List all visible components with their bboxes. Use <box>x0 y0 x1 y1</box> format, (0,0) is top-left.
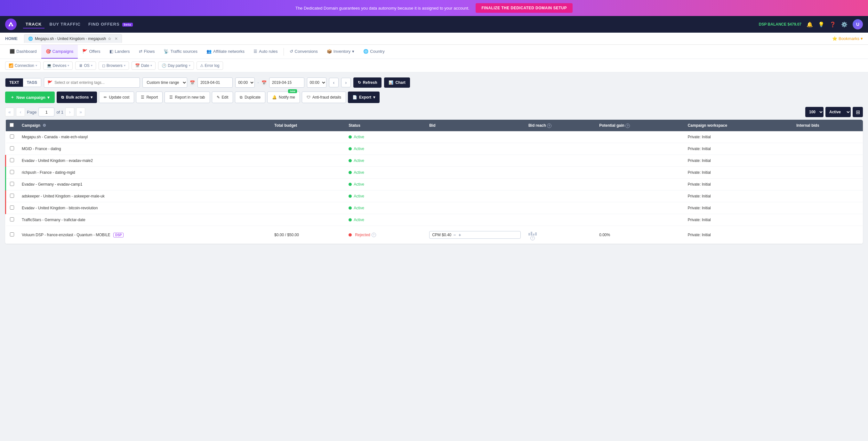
campaign-name: adskeeper - United Kingdom - askeeper-ma… <box>22 194 105 198</box>
row-checkbox[interactable] <box>10 170 14 174</box>
workspace-cell: Private: Initial <box>684 143 793 155</box>
anti-fraud-button[interactable]: 🛡 Anti-fraud details <box>302 92 346 103</box>
row-checkbox[interactable] <box>10 182 14 186</box>
dsp-balance-value: $479.07 <box>788 22 801 27</box>
date-range-select[interactable]: Custom time range <box>143 77 187 88</box>
nav-traffic-sources[interactable]: 📡 Traffic sources <box>159 45 202 59</box>
active-dot <box>348 195 352 198</box>
connection-filter[interactable]: 📶 Connection ▾ <box>5 61 41 70</box>
edit-button[interactable]: ✎ Edit <box>212 92 233 103</box>
report-new-tab-button[interactable]: ☰ Report in new tab <box>164 92 210 103</box>
help-icon[interactable]: ❓ <box>830 22 836 28</box>
nav-inventory[interactable]: 📦 Inventory ▾ <box>322 45 359 59</box>
row-checkbox[interactable] <box>10 206 14 210</box>
prev-date-btn[interactable]: ‹ <box>329 78 339 87</box>
bid-increase-btn[interactable]: + <box>458 232 462 238</box>
date-filter[interactable]: 📅 Date ▾ <box>131 61 156 70</box>
tags-toggle[interactable]: TAGS <box>23 78 41 87</box>
rows-per-page-select[interactable]: 100 50 25 <box>805 107 824 117</box>
campaign-name-cell: Megapu.sh - Canada - male-ech-viaxyl <box>18 131 271 143</box>
campaign-settings-icon[interactable]: ⚙ <box>42 123 46 128</box>
status-active: Active <box>348 170 422 175</box>
nav-track[interactable]: TRACK <box>23 21 44 29</box>
calendar-icon: 📅 <box>135 63 140 68</box>
user-avatar[interactable]: U <box>852 19 863 29</box>
nav-offers[interactable]: 🚩 Offers <box>78 45 105 59</box>
row-checkbox[interactable] <box>10 194 14 198</box>
first-page-btn[interactable]: « <box>5 107 14 117</box>
nav-flows[interactable]: ⇄ Flows <box>134 45 159 59</box>
inventory-icon: 📦 <box>327 49 332 54</box>
refresh-button[interactable]: ↻ Refresh <box>353 77 382 88</box>
bid-cell <box>425 155 525 167</box>
duplicate-button[interactable]: ⧉ Duplicate <box>235 92 265 103</box>
notify-me-button[interactable]: new 🔔 Notify me <box>267 92 300 103</box>
row-checkbox[interactable] <box>10 217 14 221</box>
report-button[interactable]: ☰ Report <box>136 92 163 103</box>
bookmarks-button[interactable]: ⭐ Bookmarks ▾ <box>832 36 863 41</box>
nav-campaigns[interactable]: 🎯 Campaigns <box>41 45 78 59</box>
status-filter-select[interactable]: Active All Paused <box>826 107 851 117</box>
filter-bar: 📶 Connection ▾ 💻 Devices ▾ 🖥 OS ▾ ◻ Brow… <box>0 59 868 72</box>
chart-button[interactable]: 📊 Chart <box>384 77 410 88</box>
country-icon: 🌐 <box>363 49 368 54</box>
row-checkbox[interactable] <box>10 158 14 162</box>
row-checkbox[interactable] <box>10 134 14 138</box>
internal-bids-cell <box>793 131 863 143</box>
bulk-actions-button[interactable]: ⧉ Bulk actions ▾ <box>57 92 97 103</box>
notifications-icon[interactable]: 🔔 <box>807 22 813 28</box>
row-checkbox-cell <box>6 155 18 167</box>
export-button[interactable]: 📄 Export ▾ <box>348 92 380 103</box>
nav-landers[interactable]: ◧ Landers <box>105 45 134 59</box>
row-checkbox[interactable] <box>10 146 14 150</box>
date-from-input[interactable]: 2019-04-01 <box>197 77 233 88</box>
column-view-button[interactable]: ⊞ <box>852 107 863 117</box>
os-filter[interactable]: 🖥 OS ▾ <box>75 61 96 70</box>
time-to-select[interactable]: 00:00 <box>307 77 327 88</box>
select-all-checkbox[interactable] <box>9 123 14 127</box>
tab-close-icon[interactable]: ✕ <box>115 36 118 41</box>
browsers-filter[interactable]: ◻ Browsers ▾ <box>99 61 129 70</box>
potential-gain-cell: 0.00% <box>595 226 684 244</box>
prev-page-btn[interactable]: ‹ <box>16 107 25 117</box>
nav-dashboard[interactable]: ⬛ Dashboard <box>5 45 41 59</box>
bid-cell <box>425 202 525 214</box>
nav-find-offers[interactable]: FIND OFFERS beta <box>86 21 135 29</box>
last-page-btn[interactable]: » <box>76 107 85 117</box>
active-tab[interactable]: 🌐 Megapu.sh - United Kingdom - megapush … <box>24 34 122 43</box>
new-campaign-button[interactable]: ＋ New campaign ▾ <box>5 92 55 103</box>
nav-conversions[interactable]: ↺ Conversions <box>285 45 322 59</box>
tag-search-input[interactable] <box>54 80 136 85</box>
total-budget-cell <box>271 202 345 214</box>
day-parting-filter[interactable]: 🕐 Day parting ▾ <box>158 61 194 70</box>
text-toggle[interactable]: TEXT <box>5 78 23 87</box>
settings-icon[interactable]: ⚙️ <box>841 22 847 28</box>
error-log-filter[interactable]: ⚠ Error log <box>196 61 223 70</box>
next-date-btn[interactable]: › <box>341 78 351 87</box>
update-cost-button[interactable]: ✏ Update cost <box>99 92 134 103</box>
bid-decrease-btn[interactable]: − <box>453 232 456 238</box>
arrow-icon: ▾ <box>35 64 37 67</box>
time-from-select[interactable]: 00:00 <box>235 77 255 88</box>
date-to-input[interactable]: 2019-04-15 <box>269 77 304 88</box>
workspace-cell: Private: Initial <box>684 190 793 202</box>
nav-auto-rules[interactable]: ☰ Auto rules <box>249 45 282 59</box>
lightbulb-icon[interactable]: 💡 <box>818 22 825 28</box>
row-checkbox[interactable] <box>10 232 14 237</box>
devices-filter[interactable]: 💻 Devices ▾ <box>43 61 73 70</box>
table-row: Megapu.sh - Canada - male-ech-viaxylActi… <box>6 131 863 143</box>
nav-affiliate-networks[interactable]: 👥 Affiliate networks <box>202 45 249 59</box>
table-body: Megapu.sh - Canada - male-ech-viaxylActi… <box>6 131 863 244</box>
next-page-btn[interactable]: › <box>65 107 74 117</box>
nav-buy-traffic[interactable]: BUY TRAFFIC <box>47 21 83 29</box>
page-number-input[interactable]: 1 <box>38 107 54 117</box>
dashboard-icon: ⬛ <box>9 49 15 54</box>
campaign-name-cell: adskeeper - United Kingdom - askeeper-ma… <box>18 190 271 202</box>
home-tab[interactable]: HOME <box>5 36 22 41</box>
total-budget-cell <box>271 143 345 155</box>
status-cell: Active <box>345 155 425 167</box>
landers-icon: ◧ <box>110 49 113 54</box>
finalize-button[interactable]: FINALIZE THE DEDICATED DOMAIN SETUP <box>475 3 572 13</box>
bid-cell <box>425 190 525 202</box>
nav-country[interactable]: 🌐 Country <box>359 45 389 59</box>
